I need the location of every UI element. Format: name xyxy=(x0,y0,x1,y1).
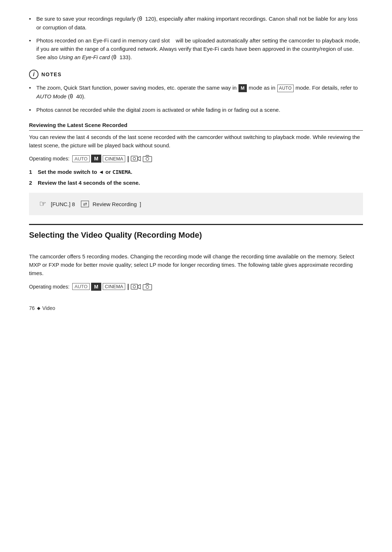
notes-section: i NOTES The zoom, Quick Start function, … xyxy=(29,70,363,114)
steps-list: 1 Set the mode switch to ◄ or CINEMA. 2 … xyxy=(29,168,363,187)
bullet-item-1: Be sure to save your recordings regularl… xyxy=(29,15,363,32)
bullet-item-2: Photos recorded on an Eye-Fi card in mem… xyxy=(29,36,363,62)
mode-photo-icon-2 xyxy=(142,283,152,291)
mode-sep-2: | xyxy=(127,283,129,290)
hand-icon: ☞ xyxy=(39,199,46,209)
step-2-num: 2 xyxy=(29,179,35,187)
step-1-content: Set the mode switch to ◄ or CINEMA. xyxy=(38,168,132,176)
italic-auto-mode: AUTO Mode xyxy=(36,93,66,99)
reviewing-body: You can review the last 4 seconds of the… xyxy=(29,133,363,150)
video-quality-section-heading: Selecting the Video Quality (Recording M… xyxy=(29,224,363,246)
mode-cinema-1: CINEMA xyxy=(103,155,126,162)
page-footer: 76 ◆ Video xyxy=(29,305,363,311)
cinema-mono: CINEMA xyxy=(113,169,131,175)
svg-rect-3 xyxy=(143,156,152,162)
top-bullet-list: Be sure to save your recordings regularl… xyxy=(29,15,363,62)
mode-cam-icon-2 xyxy=(131,283,141,291)
mode-sep-1: | xyxy=(127,155,129,163)
svg-rect-5 xyxy=(131,284,138,289)
review-icon: ⇄ xyxy=(81,201,89,207)
notes-text-1: The zoom, Quick Start function, power sa… xyxy=(36,85,358,99)
italic-eyefi: Using an Eye-Fi card xyxy=(59,54,110,60)
mode-m-badge: M xyxy=(238,84,247,92)
mode-m-2: M xyxy=(91,283,101,291)
step-1: 1 Set the mode switch to ◄ or CINEMA. xyxy=(29,168,363,176)
func-close-bracket: ] xyxy=(140,201,141,207)
svg-rect-8 xyxy=(143,285,152,290)
page-number: 76 xyxy=(29,305,35,311)
step-2-content: Review the last 4 seconds of the scene. xyxy=(38,179,140,187)
svg-marker-6 xyxy=(138,285,140,289)
reviewing-section-heading: Reviewing the Latest Scene Recorded xyxy=(29,122,363,131)
notes-bullet-1: The zoom, Quick Start function, power sa… xyxy=(29,83,363,101)
mode-cam-icon-1 xyxy=(131,155,141,163)
footer-label: Video xyxy=(42,305,56,311)
svg-rect-0 xyxy=(131,156,138,161)
operating-modes-row-1: Operating modes: AUTO M CINEMA | xyxy=(29,155,363,163)
step-2: 2 Review the last 4 seconds of the scene… xyxy=(29,179,363,187)
notes-bullet-2: Photos cannot be recorded while the digi… xyxy=(29,106,363,114)
bullet-text-1: Be sure to save your recordings regularl… xyxy=(36,16,358,30)
step-1-num: 1 xyxy=(29,168,35,176)
svg-point-4 xyxy=(146,158,149,160)
svg-point-9 xyxy=(146,286,149,289)
op-modes-label-1: Operating modes: xyxy=(29,156,69,161)
video-quality-body: The camcorder offers 5 recording modes. … xyxy=(29,252,363,278)
svg-point-7 xyxy=(133,285,136,288)
mode-photo-icon-1 xyxy=(142,155,152,163)
func-instruction-box: ☞ [FUNC.] 8 ⇄ Review Recording ] xyxy=(29,193,363,215)
notes-title: NOTES xyxy=(41,71,62,77)
mode-auto-2: AUTO xyxy=(72,283,90,290)
notes-bullet-list: The zoom, Quick Start function, power sa… xyxy=(29,83,363,114)
ref-page-num: 0 xyxy=(139,16,142,22)
notes-header: i NOTES xyxy=(29,70,363,79)
operating-modes-row-2: Operating modes: AUTO M CINEMA | xyxy=(29,283,363,291)
svg-point-2 xyxy=(133,158,136,160)
footer-diamond: ◆ xyxy=(37,306,40,311)
notes-text-2: Photos cannot be recorded while the digi… xyxy=(36,107,280,113)
mode-auto-1: AUTO xyxy=(72,155,90,162)
op-modes-label-2: Operating modes: xyxy=(29,284,69,290)
svg-marker-1 xyxy=(138,156,140,161)
mode-auto-badge: AUTO xyxy=(277,85,294,92)
func-text: [FUNC.] 8 xyxy=(51,201,78,207)
info-icon: i xyxy=(29,70,38,79)
mode-cinema-2: CINEMA xyxy=(103,283,126,290)
bullet-text-2: Photos recorded on an Eye-Fi card in mem… xyxy=(36,37,360,61)
func-review-label: Review Recording xyxy=(93,201,137,207)
mode-m-1: M xyxy=(91,155,101,163)
